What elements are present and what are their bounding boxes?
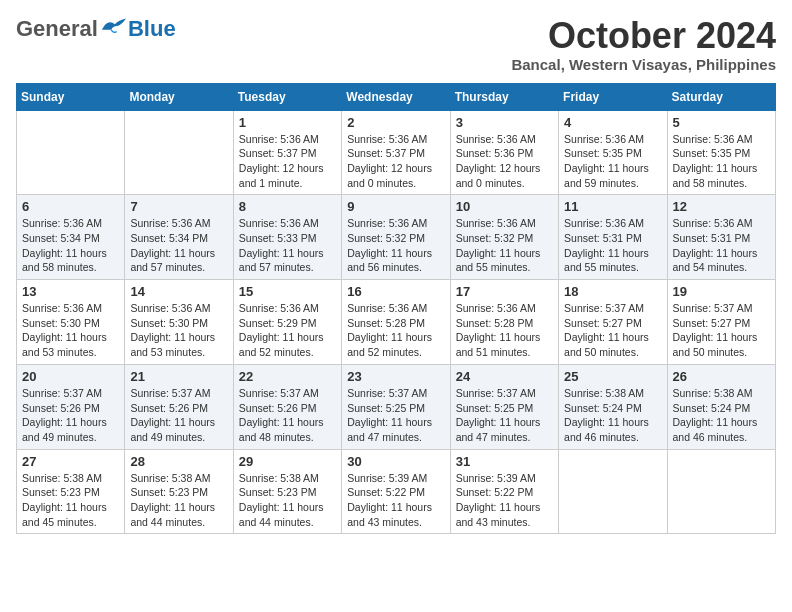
day-info: Sunrise: 5:36 AMSunset: 5:31 PMDaylight:… xyxy=(564,216,661,275)
calendar-cell xyxy=(559,449,667,534)
day-number: 19 xyxy=(673,284,770,299)
calendar-cell: 25Sunrise: 5:38 AMSunset: 5:24 PMDayligh… xyxy=(559,364,667,449)
weekday-header-saturday: Saturday xyxy=(667,83,775,110)
day-number: 13 xyxy=(22,284,119,299)
day-info: Sunrise: 5:36 AMSunset: 5:28 PMDaylight:… xyxy=(347,301,444,360)
calendar-week-4: 20Sunrise: 5:37 AMSunset: 5:26 PMDayligh… xyxy=(17,364,776,449)
calendar-cell: 28Sunrise: 5:38 AMSunset: 5:23 PMDayligh… xyxy=(125,449,233,534)
calendar-cell: 19Sunrise: 5:37 AMSunset: 5:27 PMDayligh… xyxy=(667,280,775,365)
calendar-cell: 16Sunrise: 5:36 AMSunset: 5:28 PMDayligh… xyxy=(342,280,450,365)
day-number: 18 xyxy=(564,284,661,299)
day-info: Sunrise: 5:36 AMSunset: 5:29 PMDaylight:… xyxy=(239,301,336,360)
day-number: 30 xyxy=(347,454,444,469)
calendar-header-row: SundayMondayTuesdayWednesdayThursdayFrid… xyxy=(17,83,776,110)
calendar-cell: 30Sunrise: 5:39 AMSunset: 5:22 PMDayligh… xyxy=(342,449,450,534)
day-number: 2 xyxy=(347,115,444,130)
logo-bird-icon xyxy=(98,16,128,42)
day-number: 9 xyxy=(347,199,444,214)
day-number: 12 xyxy=(673,199,770,214)
day-info: Sunrise: 5:36 AMSunset: 5:30 PMDaylight:… xyxy=(22,301,119,360)
calendar-week-1: 1Sunrise: 5:36 AMSunset: 5:37 PMDaylight… xyxy=(17,110,776,195)
calendar-cell: 6Sunrise: 5:36 AMSunset: 5:34 PMDaylight… xyxy=(17,195,125,280)
calendar-cell: 4Sunrise: 5:36 AMSunset: 5:35 PMDaylight… xyxy=(559,110,667,195)
day-info: Sunrise: 5:36 AMSunset: 5:34 PMDaylight:… xyxy=(130,216,227,275)
day-info: Sunrise: 5:37 AMSunset: 5:25 PMDaylight:… xyxy=(456,386,553,445)
location-text: Bancal, Western Visayas, Philippines xyxy=(511,56,776,73)
calendar-cell: 17Sunrise: 5:36 AMSunset: 5:28 PMDayligh… xyxy=(450,280,558,365)
day-number: 26 xyxy=(673,369,770,384)
page-header: General Blue October 2024 Bancal, Wester… xyxy=(16,16,776,73)
calendar-cell: 3Sunrise: 5:36 AMSunset: 5:36 PMDaylight… xyxy=(450,110,558,195)
day-number: 10 xyxy=(456,199,553,214)
day-info: Sunrise: 5:38 AMSunset: 5:23 PMDaylight:… xyxy=(22,471,119,530)
calendar-cell: 8Sunrise: 5:36 AMSunset: 5:33 PMDaylight… xyxy=(233,195,341,280)
calendar-cell: 24Sunrise: 5:37 AMSunset: 5:25 PMDayligh… xyxy=(450,364,558,449)
weekday-header-friday: Friday xyxy=(559,83,667,110)
day-info: Sunrise: 5:36 AMSunset: 5:33 PMDaylight:… xyxy=(239,216,336,275)
calendar-cell: 21Sunrise: 5:37 AMSunset: 5:26 PMDayligh… xyxy=(125,364,233,449)
day-number: 14 xyxy=(130,284,227,299)
day-info: Sunrise: 5:37 AMSunset: 5:26 PMDaylight:… xyxy=(239,386,336,445)
day-info: Sunrise: 5:36 AMSunset: 5:35 PMDaylight:… xyxy=(564,132,661,191)
day-number: 21 xyxy=(130,369,227,384)
calendar-week-5: 27Sunrise: 5:38 AMSunset: 5:23 PMDayligh… xyxy=(17,449,776,534)
calendar-cell: 13Sunrise: 5:36 AMSunset: 5:30 PMDayligh… xyxy=(17,280,125,365)
logo-blue-text: Blue xyxy=(128,16,176,42)
day-number: 23 xyxy=(347,369,444,384)
calendar-week-3: 13Sunrise: 5:36 AMSunset: 5:30 PMDayligh… xyxy=(17,280,776,365)
calendar-cell: 2Sunrise: 5:36 AMSunset: 5:37 PMDaylight… xyxy=(342,110,450,195)
day-info: Sunrise: 5:36 AMSunset: 5:34 PMDaylight:… xyxy=(22,216,119,275)
day-number: 20 xyxy=(22,369,119,384)
calendar-cell: 12Sunrise: 5:36 AMSunset: 5:31 PMDayligh… xyxy=(667,195,775,280)
day-info: Sunrise: 5:38 AMSunset: 5:23 PMDaylight:… xyxy=(239,471,336,530)
day-info: Sunrise: 5:36 AMSunset: 5:36 PMDaylight:… xyxy=(456,132,553,191)
day-info: Sunrise: 5:36 AMSunset: 5:31 PMDaylight:… xyxy=(673,216,770,275)
day-info: Sunrise: 5:37 AMSunset: 5:25 PMDaylight:… xyxy=(347,386,444,445)
calendar-cell: 31Sunrise: 5:39 AMSunset: 5:22 PMDayligh… xyxy=(450,449,558,534)
day-number: 3 xyxy=(456,115,553,130)
day-info: Sunrise: 5:36 AMSunset: 5:37 PMDaylight:… xyxy=(347,132,444,191)
calendar-cell: 20Sunrise: 5:37 AMSunset: 5:26 PMDayligh… xyxy=(17,364,125,449)
day-number: 5 xyxy=(673,115,770,130)
day-info: Sunrise: 5:36 AMSunset: 5:30 PMDaylight:… xyxy=(130,301,227,360)
calendar-cell: 14Sunrise: 5:36 AMSunset: 5:30 PMDayligh… xyxy=(125,280,233,365)
title-section: October 2024 Bancal, Western Visayas, Ph… xyxy=(511,16,776,73)
day-number: 29 xyxy=(239,454,336,469)
day-info: Sunrise: 5:36 AMSunset: 5:32 PMDaylight:… xyxy=(347,216,444,275)
day-info: Sunrise: 5:38 AMSunset: 5:24 PMDaylight:… xyxy=(564,386,661,445)
weekday-header-thursday: Thursday xyxy=(450,83,558,110)
day-info: Sunrise: 5:37 AMSunset: 5:26 PMDaylight:… xyxy=(22,386,119,445)
calendar-week-2: 6Sunrise: 5:36 AMSunset: 5:34 PMDaylight… xyxy=(17,195,776,280)
day-number: 1 xyxy=(239,115,336,130)
day-number: 17 xyxy=(456,284,553,299)
day-number: 24 xyxy=(456,369,553,384)
calendar-cell: 1Sunrise: 5:36 AMSunset: 5:37 PMDaylight… xyxy=(233,110,341,195)
day-number: 31 xyxy=(456,454,553,469)
day-number: 22 xyxy=(239,369,336,384)
day-info: Sunrise: 5:38 AMSunset: 5:24 PMDaylight:… xyxy=(673,386,770,445)
day-info: Sunrise: 5:36 AMSunset: 5:35 PMDaylight:… xyxy=(673,132,770,191)
calendar-cell: 29Sunrise: 5:38 AMSunset: 5:23 PMDayligh… xyxy=(233,449,341,534)
calendar-cell xyxy=(17,110,125,195)
day-info: Sunrise: 5:37 AMSunset: 5:27 PMDaylight:… xyxy=(564,301,661,360)
day-number: 11 xyxy=(564,199,661,214)
day-info: Sunrise: 5:39 AMSunset: 5:22 PMDaylight:… xyxy=(347,471,444,530)
day-info: Sunrise: 5:36 AMSunset: 5:37 PMDaylight:… xyxy=(239,132,336,191)
day-number: 16 xyxy=(347,284,444,299)
day-number: 4 xyxy=(564,115,661,130)
logo-general-text: General xyxy=(16,16,98,42)
calendar-cell: 7Sunrise: 5:36 AMSunset: 5:34 PMDaylight… xyxy=(125,195,233,280)
day-number: 7 xyxy=(130,199,227,214)
day-info: Sunrise: 5:37 AMSunset: 5:27 PMDaylight:… xyxy=(673,301,770,360)
calendar-cell: 22Sunrise: 5:37 AMSunset: 5:26 PMDayligh… xyxy=(233,364,341,449)
weekday-header-monday: Monday xyxy=(125,83,233,110)
day-number: 15 xyxy=(239,284,336,299)
day-number: 25 xyxy=(564,369,661,384)
calendar-cell: 27Sunrise: 5:38 AMSunset: 5:23 PMDayligh… xyxy=(17,449,125,534)
day-info: Sunrise: 5:39 AMSunset: 5:22 PMDaylight:… xyxy=(456,471,553,530)
day-number: 6 xyxy=(22,199,119,214)
month-title: October 2024 xyxy=(511,16,776,56)
calendar-cell: 26Sunrise: 5:38 AMSunset: 5:24 PMDayligh… xyxy=(667,364,775,449)
day-number: 27 xyxy=(22,454,119,469)
weekday-header-sunday: Sunday xyxy=(17,83,125,110)
